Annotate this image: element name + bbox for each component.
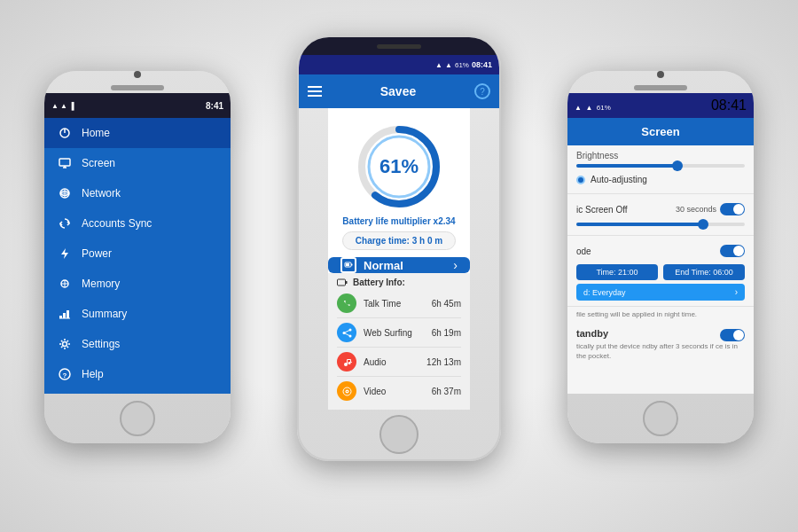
menu-label-help: Help [82,368,104,380]
app-title: Savee [380,84,416,98]
app-header: Savee ? [299,74,499,108]
battery-icon-right: 61% [597,104,611,112]
auto-adjust-left: Auto-adjusting [576,175,647,184]
time-left: 8:41 [206,101,223,111]
phone-call-icon [337,293,356,313]
menu-label-network: Network [82,187,121,200]
screen-settings-title: Screen [567,118,754,145]
mode-toggle[interactable] [720,245,745,257]
menu-item-screen[interactable]: Screen [44,148,231,178]
gear-icon [57,336,73,352]
scene: ▲ ▲ ▐ 8:41 Home [0,0,798,532]
mode-button[interactable]: Normal › [328,257,470,273]
svg-marker-8 [61,248,68,259]
video-info-left: Video [337,381,386,401]
svg-rect-26 [346,263,349,266]
menu-item-memory[interactable]: Memory [44,269,231,299]
auto-adjust-label: Auto-adjusting [591,175,647,184]
home-button-left[interactable] [120,401,155,436]
repeat-dropdown[interactable]: d: Everyday › [576,284,745,301]
screen-off-fill [576,223,703,226]
mode-label: Normal [364,259,403,272]
talk-info-left: Talk Time [337,293,401,313]
svg-point-39 [348,362,350,364]
end-time-box[interactable]: End Time: 06:00 [663,264,745,280]
status-bar-left: ▲ ▲ ▐ 8:41 [44,93,231,118]
battery-info-header: Battery Info: [337,278,461,287]
battery-mode-icon [340,257,356,273]
memory-icon [57,276,73,292]
signal-icon-right: ▲ [585,104,592,112]
speaker-right [634,85,687,90]
mode-knob [733,246,744,256]
brightness-slider-track[interactable] [576,164,745,168]
help-button[interactable]: ? [474,83,490,99]
battery-percent-status: 61% [455,61,469,69]
music-icon [337,352,356,372]
menu-item-about[interactable]: i About [44,389,231,394]
video-time-value: 6h 37m [432,387,461,396]
svg-rect-2 [59,159,70,166]
signal-icon-center: ▲ [445,61,452,69]
standby-section: tandby tically put the device ndby after… [567,323,754,370]
home-button-right[interactable] [643,401,678,436]
standby-knob [733,330,744,340]
svg-rect-14 [66,310,69,318]
share-icon [337,323,356,342]
start-time-box[interactable]: Time: 21:00 [576,264,658,280]
status-bar-center: ▲ ▲ 61% 08:41 [299,55,499,74]
menu-item-settings[interactable]: Settings [44,329,231,359]
hamburger-button[interactable] [308,86,322,97]
charge-label: Charge time: [356,236,410,246]
screen-icon [57,155,73,171]
screen-off-row: ic Screen Off 30 seconds [576,200,745,219]
menu-item-home[interactable]: Home [44,118,231,148]
notch [299,37,499,55]
svg-rect-13 [63,313,66,318]
video-icon [337,381,356,401]
standby-title: tandby [576,328,608,339]
menu-item-accounts[interactable]: Accounts Sync [44,208,231,239]
battery-circle: 61% [355,122,443,211]
status-bar-right: ▲ ▲ 61% 08:41 [567,93,754,118]
screen-off-controls: 30 seconds [676,203,745,215]
menu-item-network[interactable]: Network [44,178,231,208]
menu-item-help[interactable]: ? Help [44,359,231,389]
svg-point-16 [63,342,67,347]
time-center: 08:41 [472,60,492,69]
bolt-icon [57,246,73,262]
brightness-section: Brightness Auto-adjusting [567,145,754,194]
standby-toggle[interactable] [720,329,745,341]
repeat-label: d: Everyday [583,288,626,297]
screen-off-label: ic Screen Off [576,205,628,215]
menu-item-power[interactable]: Power [44,239,231,269]
main-content: 61% Battery life multiplier x2.34 Charge… [328,108,470,410]
audio-time-value: 12h 13m [426,357,461,367]
mode-label-right: ode [576,246,591,256]
svg-rect-27 [338,279,346,286]
screen-off-slider[interactable] [576,223,745,226]
menu-item-summary[interactable]: Summary [44,299,231,329]
charge-time-box: Charge time: 3 h 0 m [342,231,456,250]
camera-right [657,71,664,78]
hamburger-line-2 [308,90,322,92]
screen-off-value: 30 seconds [676,205,716,214]
standby-header-row: tandby [576,328,745,342]
wifi-icon-center: ▲ [435,61,442,69]
battery-icon-left: ▐ [69,102,74,110]
screen-off-section: ic Screen Off 30 seconds [567,194,754,236]
power-icon [57,125,73,141]
right-phone: ▲ ▲ 61% 08:41 Screen Brightness Auto-adj… [567,71,754,443]
chart-icon [57,306,73,322]
screen-off-toggle[interactable] [720,203,745,215]
speaker-center [377,44,421,49]
hamburger-line-3 [308,95,322,97]
speaker [111,85,164,90]
signal-icon-left: ▲ [60,102,67,110]
camera [134,71,141,78]
mode-row: ode [576,241,745,261]
home-button-center[interactable] [379,415,419,454]
screen-off-knob [733,204,744,215]
brightness-label: Brightness [576,151,745,160]
question-icon: ? [57,366,73,382]
